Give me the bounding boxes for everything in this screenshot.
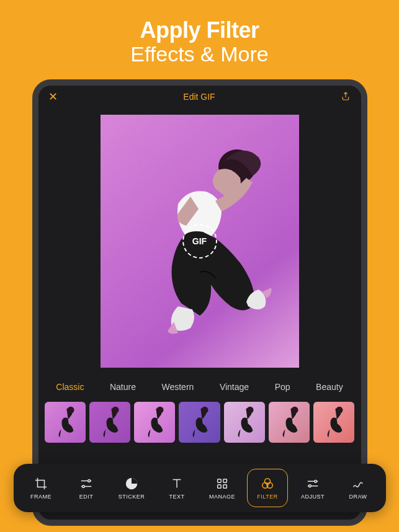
filter-category-tabs: Classic Nature Western Vintage Pop Beaut…: [38, 375, 361, 397]
filter-thumb[interactable]: [45, 402, 86, 443]
tool-text[interactable]: TEXT: [156, 472, 197, 503]
promo-headline: Apply Filter Effects & More: [0, 0, 399, 66]
filter-thumb[interactable]: [313, 402, 354, 443]
svg-point-17: [315, 481, 317, 483]
svg-point-2: [112, 407, 119, 414]
svg-rect-13: [223, 485, 227, 489]
share-button[interactable]: [341, 91, 351, 103]
canvas-area: GIF: [38, 108, 361, 375]
svg-point-6: [291, 407, 298, 414]
svg-point-3: [157, 407, 164, 414]
tool-edit[interactable]: EDIT: [66, 472, 107, 503]
sliders-icon: [79, 476, 94, 491]
screen-title: Edit GIF: [183, 92, 215, 102]
svg-rect-10: [218, 479, 222, 483]
filter-thumb[interactable]: [269, 402, 310, 443]
adjust-icon: [305, 476, 320, 491]
svg-point-1: [67, 407, 74, 414]
tool-adjust[interactable]: ADJUST: [292, 472, 333, 503]
text-icon: [169, 476, 184, 491]
gif-badge[interactable]: GIF: [182, 224, 217, 259]
tool-draw[interactable]: DRAW: [338, 472, 379, 503]
filter-cat-classic[interactable]: Classic: [53, 381, 86, 393]
svg-rect-11: [223, 479, 227, 483]
svg-rect-12: [218, 485, 222, 489]
filter-cat-nature[interactable]: Nature: [107, 381, 138, 393]
tablet-frame: ✕ Edit GIF GIF: [32, 79, 367, 526]
svg-point-8: [88, 480, 91, 482]
crop-icon: [34, 476, 48, 491]
tool-manage[interactable]: MANAGE: [202, 472, 243, 503]
filter-cat-western[interactable]: Western: [159, 381, 196, 393]
svg-point-18: [309, 485, 312, 487]
tool-filter[interactable]: FILTER: [247, 469, 288, 507]
svg-point-4: [202, 407, 208, 414]
filter-thumb[interactable]: [179, 402, 220, 443]
svg-point-7: [336, 407, 343, 414]
tool-sticker[interactable]: STICKER: [111, 472, 152, 503]
grid-icon: [215, 476, 230, 491]
filter-thumb[interactable]: [134, 402, 175, 443]
editor-topbar: ✕ Edit GIF: [38, 86, 361, 108]
tool-frame[interactable]: FRAME: [20, 472, 61, 503]
filter-thumbnails: [38, 397, 361, 451]
filter-cat-beauty[interactable]: Beauty: [313, 381, 346, 393]
close-button[interactable]: ✕: [48, 90, 58, 104]
filter-icon: [260, 476, 275, 491]
filter-thumb[interactable]: [224, 402, 265, 443]
filter-cat-pop[interactable]: Pop: [272, 381, 293, 393]
headline-line2: Effects & More: [0, 42, 399, 66]
sticker-icon: [124, 476, 139, 491]
headline-line1: Apply Filter: [0, 17, 399, 43]
svg-point-5: [246, 407, 253, 414]
bottom-toolbar: FRAME EDIT STICKER TEXT MANAGE FILTER AD…: [14, 464, 386, 512]
filter-thumb[interactable]: [89, 402, 130, 443]
filter-cat-vintage[interactable]: Vintage: [217, 381, 251, 393]
draw-icon: [351, 476, 365, 491]
svg-point-9: [83, 485, 85, 488]
preview-image[interactable]: GIF: [101, 115, 299, 368]
